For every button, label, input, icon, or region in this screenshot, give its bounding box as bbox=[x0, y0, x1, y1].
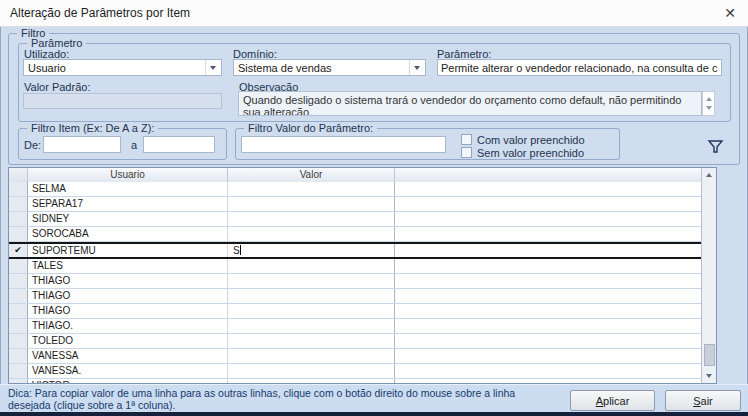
row-valor[interactable] bbox=[228, 289, 395, 303]
header-extra bbox=[395, 168, 701, 182]
chevron-down-icon[interactable] bbox=[409, 60, 425, 75]
row-extra bbox=[395, 227, 701, 241]
row-usuario[interactable]: THIAGO bbox=[28, 289, 228, 303]
hint-text: Dica: Para copiar valor de uma linha par… bbox=[8, 387, 515, 411]
row-indicator[interactable] bbox=[9, 379, 28, 383]
apply-button[interactable]: Aplicar bbox=[570, 390, 655, 411]
row-usuario[interactable]: THIAGO bbox=[28, 304, 228, 318]
com-valor-checkbox[interactable] bbox=[461, 134, 472, 145]
filtro-item-a-input[interactable] bbox=[143, 136, 215, 153]
row-valor[interactable] bbox=[228, 349, 395, 363]
valor-padrao-input bbox=[23, 93, 222, 109]
filtro-item-de-input[interactable] bbox=[43, 136, 121, 153]
observacao-scrollbar[interactable] bbox=[702, 91, 715, 116]
title-bar: Alteração de Parâmetros por Item ✕ bbox=[0, 0, 748, 27]
row-usuario[interactable]: TALES bbox=[28, 259, 228, 273]
row-usuario[interactable]: SIDNEY bbox=[28, 212, 228, 226]
header-usuario[interactable]: Usuario bbox=[28, 168, 228, 182]
table-row[interactable]: VANESSA bbox=[9, 349, 701, 364]
row-usuario[interactable]: SOROCABA bbox=[28, 227, 228, 241]
table-row[interactable]: THIAGO bbox=[9, 289, 701, 304]
row-valor[interactable]: S bbox=[228, 244, 395, 257]
utilizado-value: Usuario bbox=[28, 62, 66, 74]
row-valor[interactable] bbox=[228, 212, 395, 226]
header-valor[interactable]: Valor bbox=[228, 168, 395, 182]
table-row[interactable]: TALES bbox=[9, 259, 701, 274]
row-indicator[interactable] bbox=[9, 364, 28, 378]
hint-line2: desejada (clique sobre a 1ª coluna). bbox=[8, 399, 515, 411]
close-icon[interactable]: ✕ bbox=[720, 3, 740, 23]
table-row[interactable]: THIAGO bbox=[9, 304, 701, 319]
row-usuario[interactable]: SELMA bbox=[28, 182, 228, 196]
sem-valor-checkbox[interactable] bbox=[461, 147, 472, 158]
table-row[interactable]: SELMA bbox=[9, 182, 701, 197]
row-valor[interactable] bbox=[228, 197, 395, 211]
row-extra bbox=[395, 212, 701, 226]
filtro-valor-input[interactable] bbox=[241, 136, 446, 153]
row-indicator[interactable] bbox=[9, 349, 28, 363]
table-row[interactable]: THIAGO bbox=[9, 274, 701, 289]
row-valor[interactable] bbox=[228, 334, 395, 348]
table-row[interactable]: THIAGO. bbox=[9, 319, 701, 334]
observacao-memo[interactable]: Quando desligado o sistema trará o vende… bbox=[238, 91, 702, 116]
dominio-combobox[interactable]: Sistema de vendas bbox=[233, 59, 426, 76]
row-usuario[interactable]: THIAGO. bbox=[28, 319, 228, 333]
table-row[interactable]: VICTOR. bbox=[9, 379, 701, 383]
row-indicator[interactable] bbox=[9, 334, 28, 348]
chevron-down-icon[interactable] bbox=[205, 60, 221, 75]
table-row[interactable]: TOLEDO bbox=[9, 334, 701, 349]
table-row[interactable]: VANESSA. bbox=[9, 364, 701, 379]
dominio-value: Sistema de vendas bbox=[238, 62, 332, 74]
valor-padrao-label: Valor Padrão: bbox=[24, 81, 90, 93]
row-indicator[interactable] bbox=[9, 227, 28, 241]
row-valor[interactable] bbox=[228, 259, 395, 273]
row-indicator[interactable] bbox=[9, 182, 28, 196]
parametro-input[interactable] bbox=[437, 59, 722, 76]
row-usuario[interactable]: TOLEDO bbox=[28, 334, 228, 348]
row-valor[interactable] bbox=[228, 227, 395, 241]
scroll-down-button[interactable] bbox=[702, 369, 716, 383]
grid-scrollbar[interactable] bbox=[701, 168, 716, 383]
row-extra bbox=[395, 289, 701, 303]
row-valor[interactable] bbox=[228, 304, 395, 318]
table-row[interactable]: ✔ SUPORTEMU S bbox=[9, 242, 701, 259]
row-extra bbox=[395, 274, 701, 288]
row-valor[interactable] bbox=[228, 364, 395, 378]
utilizado-combobox[interactable]: Usuario bbox=[23, 59, 222, 76]
row-valor[interactable] bbox=[228, 379, 395, 383]
row-indicator[interactable] bbox=[9, 274, 28, 288]
row-usuario[interactable]: VANESSA. bbox=[28, 364, 228, 378]
row-indicator[interactable] bbox=[9, 197, 28, 211]
row-usuario[interactable]: VANESSA bbox=[28, 349, 228, 363]
sem-valor-checkbox-label[interactable]: Sem valor preenchido bbox=[477, 147, 584, 159]
row-valor[interactable] bbox=[228, 274, 395, 288]
row-indicator[interactable] bbox=[9, 212, 28, 226]
exit-button[interactable]: Sair bbox=[665, 390, 741, 411]
hint-line1: Dica: Para copiar valor de uma linha par… bbox=[8, 387, 515, 399]
row-extra bbox=[395, 319, 701, 333]
table-row[interactable]: SEPARA17 bbox=[9, 197, 701, 212]
row-indicator[interactable] bbox=[9, 259, 28, 273]
row-usuario[interactable]: SEPARA17 bbox=[28, 197, 228, 211]
row-extra bbox=[395, 379, 701, 383]
de-label: De: bbox=[24, 139, 41, 151]
row-usuario[interactable]: THIAGO bbox=[28, 274, 228, 288]
row-indicator[interactable] bbox=[9, 289, 28, 303]
row-indicator[interactable] bbox=[9, 304, 28, 318]
scroll-up-button[interactable] bbox=[702, 168, 716, 182]
funnel-icon[interactable] bbox=[707, 139, 724, 155]
row-indicator[interactable] bbox=[9, 319, 28, 333]
row-valor[interactable] bbox=[228, 182, 395, 196]
scrollbar-thumb[interactable] bbox=[704, 344, 715, 366]
row-usuario[interactable]: SUPORTEMU bbox=[28, 244, 228, 257]
scroll-down-icon[interactable] bbox=[706, 106, 712, 110]
row-extra bbox=[395, 364, 701, 378]
row-extra bbox=[395, 304, 701, 318]
row-valor[interactable] bbox=[228, 319, 395, 333]
scroll-up-icon[interactable] bbox=[706, 97, 712, 101]
row-indicator[interactable]: ✔ bbox=[9, 244, 28, 257]
table-row[interactable]: SIDNEY bbox=[9, 212, 701, 227]
com-valor-checkbox-label[interactable]: Com valor preenchido bbox=[477, 134, 585, 146]
table-row[interactable]: SOROCABA bbox=[9, 227, 701, 242]
row-usuario[interactable]: VICTOR. bbox=[28, 379, 228, 383]
